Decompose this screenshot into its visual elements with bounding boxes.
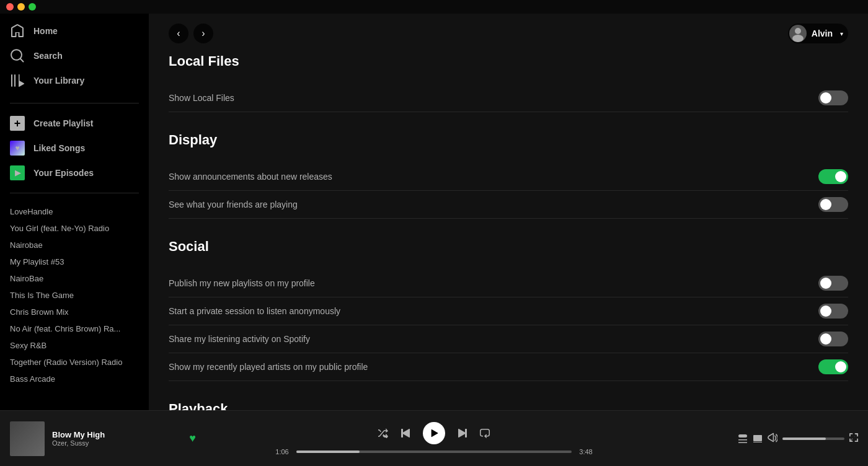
list-item[interactable]: Nairobae bbox=[0, 237, 149, 253]
title-bar bbox=[0, 0, 868, 14]
section-title-social: Social bbox=[169, 239, 848, 260]
nav-buttons: ‹ › bbox=[169, 24, 213, 43]
list-item[interactable]: This Is The Game bbox=[0, 287, 149, 304]
settings-row-show-recently-played: Show my recently played artists on my pu… bbox=[169, 353, 848, 381]
progress-area: 1:06 3:48 bbox=[273, 448, 595, 455]
minimize-button[interactable] bbox=[17, 3, 25, 11]
settings-row-share-listening: Share my listening activity on Spotify bbox=[169, 325, 848, 353]
toggle-thumb-show-local-files bbox=[820, 92, 831, 103]
shuffle-button[interactable] bbox=[378, 428, 388, 438]
your-episodes-item[interactable]: ▶ Your Episodes bbox=[0, 160, 149, 185]
home-label: Home bbox=[33, 26, 58, 36]
settings-section-playback: PlaybackCrossfade songsAutomix - Allow s… bbox=[169, 401, 848, 410]
window-controls bbox=[6, 3, 36, 11]
volume-button[interactable] bbox=[768, 433, 777, 444]
previous-button[interactable] bbox=[401, 428, 410, 438]
progress-bar[interactable] bbox=[296, 451, 572, 453]
back-button[interactable]: ‹ bbox=[169, 24, 188, 43]
queue-button[interactable] bbox=[738, 434, 748, 444]
forward-button[interactable]: › bbox=[193, 24, 213, 43]
play-pause-button[interactable] bbox=[423, 422, 445, 444]
settings-section-display: DisplayShow announcements about new rele… bbox=[169, 132, 848, 219]
toggle-see-friends-playing[interactable] bbox=[818, 197, 848, 212]
create-playlist-icon: + bbox=[10, 116, 25, 131]
liked-songs-icon: ♥ bbox=[10, 141, 25, 156]
svg-point-1 bbox=[792, 35, 804, 42]
main-layout: Home Search Your Library bbox=[0, 14, 868, 410]
sidebar-item-home[interactable]: Home bbox=[0, 19, 149, 43]
player-controls bbox=[378, 422, 490, 444]
close-button[interactable] bbox=[6, 3, 14, 11]
like-button[interactable]: ♥ bbox=[189, 432, 196, 445]
svg-point-0 bbox=[795, 28, 801, 34]
row-label-show-local-files: Show Local Files bbox=[169, 93, 234, 103]
toggle-thumb-private-session bbox=[820, 306, 831, 317]
toggle-share-listening[interactable] bbox=[818, 332, 848, 346]
chevron-down-icon: ▾ bbox=[840, 30, 843, 37]
total-time: 3:48 bbox=[577, 448, 595, 455]
settings-section-local-files: Local FilesShow Local Files bbox=[169, 53, 848, 112]
track-artists: Ozer, Sussy bbox=[52, 439, 182, 447]
sidebar-item-search[interactable]: Search bbox=[0, 43, 149, 68]
track-thumbnail bbox=[10, 421, 45, 456]
content-area: ‹ › Alvin ▾ Local FilesShow Local FilesD… bbox=[149, 14, 868, 410]
sidebar-divider-2 bbox=[10, 193, 139, 193]
user-area[interactable]: Alvin ▾ bbox=[788, 24, 848, 43]
settings-content: Local FilesShow Local FilesDisplayShow a… bbox=[149, 53, 868, 410]
episodes-icon: ▶ bbox=[10, 165, 25, 180]
section-title-display: Display bbox=[169, 132, 848, 153]
toggle-thumb-see-friends-playing bbox=[820, 199, 831, 210]
library-label: Your Library bbox=[33, 76, 84, 86]
settings-row-publish-playlists: Publish my new playlists on my profile bbox=[169, 270, 848, 297]
sidebar-playlist-list: LoveHandleYou Girl (feat. Ne-Yo) RadioNa… bbox=[0, 198, 149, 410]
list-item[interactable]: LoveHandle bbox=[0, 203, 149, 220]
settings-row-private-session: Start a private session to listen anonym… bbox=[169, 297, 848, 325]
row-label-private-session: Start a private session to listen anonym… bbox=[169, 306, 340, 316]
row-label-see-friends-playing: See what your friends are playing bbox=[169, 200, 298, 209]
section-title-local-files: Local Files bbox=[169, 53, 848, 74]
sidebar-item-library[interactable]: Your Library bbox=[0, 68, 149, 93]
list-item[interactable]: No Air (feat. Chris Brown) Ra... bbox=[0, 320, 149, 337]
toggle-publish-playlists[interactable] bbox=[818, 276, 848, 291]
liked-songs-label: Liked Songs bbox=[33, 143, 85, 153]
next-button[interactable] bbox=[458, 428, 467, 438]
devices-button[interactable] bbox=[753, 434, 763, 444]
volume-bar[interactable] bbox=[782, 437, 844, 440]
list-item[interactable]: Together (Radio Version) Radio bbox=[0, 354, 149, 371]
toggle-show-recently-played[interactable] bbox=[818, 359, 848, 374]
volume-fill bbox=[782, 437, 826, 440]
content-header: ‹ › Alvin ▾ bbox=[149, 14, 868, 53]
list-item[interactable]: You Girl (feat. Ne-Yo) Radio bbox=[0, 220, 149, 237]
list-item[interactable]: My Playlist #53 bbox=[0, 253, 149, 270]
toggle-thumb-show-announcements bbox=[835, 171, 846, 182]
settings-row-show-local-files: Show Local Files bbox=[169, 84, 848, 112]
section-title-playback: Playback bbox=[169, 401, 848, 410]
maximize-button[interactable] bbox=[29, 3, 36, 11]
sidebar-playlist-actions: + Create Playlist ♥ Liked Songs ▶ Your E… bbox=[0, 108, 149, 188]
list-item[interactable]: NairoBae bbox=[0, 270, 149, 287]
player-left: Blow My High Ozer, Sussy ♥ bbox=[10, 421, 196, 456]
library-icon bbox=[10, 73, 25, 88]
settings-row-see-friends-playing: See what your friends are playing bbox=[169, 191, 848, 219]
repeat-button[interactable] bbox=[480, 428, 490, 438]
toggle-private-session[interactable] bbox=[818, 304, 848, 319]
row-label-publish-playlists: Publish my new playlists on my profile bbox=[169, 278, 315, 288]
your-episodes-label: Your Episodes bbox=[33, 168, 94, 178]
row-label-show-announcements: Show announcements about new releases bbox=[169, 172, 332, 182]
list-item[interactable]: Sexy R&B bbox=[0, 337, 149, 354]
row-label-share-listening: Share my listening activity on Spotify bbox=[169, 334, 310, 344]
list-item[interactable]: Chris Brown Mix bbox=[0, 304, 149, 320]
create-playlist-item[interactable]: + Create Playlist bbox=[0, 111, 149, 136]
toggle-thumb-share-listening bbox=[820, 333, 831, 345]
fullscreen-button[interactable] bbox=[849, 433, 858, 444]
toggle-show-local-files[interactable] bbox=[818, 90, 848, 105]
current-time: 1:06 bbox=[273, 448, 291, 455]
sidebar: Home Search Your Library bbox=[0, 14, 149, 410]
search-label: Search bbox=[33, 51, 63, 61]
liked-songs-item[interactable]: ♥ Liked Songs bbox=[0, 136, 149, 160]
search-icon bbox=[10, 48, 25, 63]
list-item[interactable]: Bass Arcade bbox=[0, 371, 149, 387]
track-thumb-image bbox=[10, 421, 45, 456]
player-center: 1:06 3:48 bbox=[196, 422, 672, 455]
toggle-show-announcements[interactable] bbox=[818, 169, 848, 184]
